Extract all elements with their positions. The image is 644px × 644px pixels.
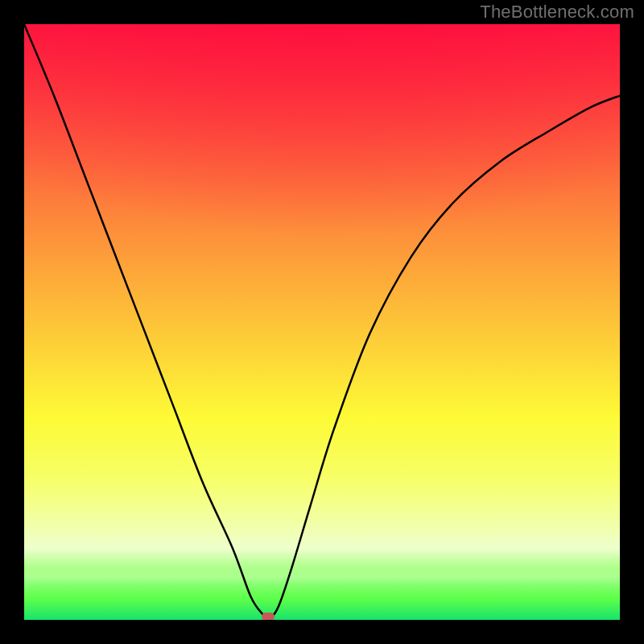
chart-frame: TheBottleneck.com [0, 0, 644, 644]
curve-svg [24, 24, 620, 620]
plot-area [24, 24, 620, 620]
watermark-text: TheBottleneck.com [480, 2, 634, 23]
min-marker [262, 613, 275, 620]
curve-path [24, 24, 620, 617]
